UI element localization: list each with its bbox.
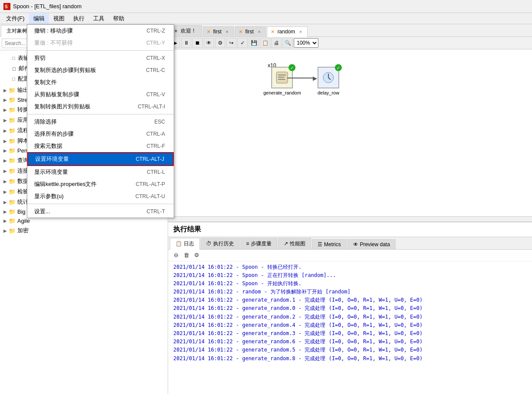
toolbar-zoom-btn[interactable]: 🔍 [282,38,293,48]
title-bar: S Spoon - [ETL_files] random [0,0,532,13]
log-stop-btn[interactable]: ⊖ [172,251,180,260]
toolbar-copy-btn[interactable]: 📋 [260,38,270,48]
bottom-tab-history[interactable]: ⏱ 执行历史 [201,238,240,249]
canvas-hscrollbar[interactable] [168,216,532,221]
log-clear-btn[interactable]: 🗑 [182,251,191,260]
toolbar-debug-btn[interactable]: ⚙ [215,38,225,48]
menu-tools[interactable]: 工具 [89,13,109,24]
menu-undo[interactable]: 撤销 : 移动步骤 CTRL-Z [27,25,174,37]
tree-group-encrypt[interactable]: ▶ 📁 加密 [0,225,168,236]
mail-input-icon: ◻ [12,66,16,72]
tab-first2-label: first [245,29,253,35]
tab-first2-close[interactable]: × [258,29,261,34]
canvas[interactable]: x10 ✓ generate_random [168,49,532,221]
menu-select-all[interactable]: 选择所有的步骤 CTRL-A [27,128,174,140]
menu-copy-image[interactable]: 复制转换图片到剪贴板 CTRL-ALT-I [27,101,174,113]
menu-show-env-vars[interactable]: 显示环境变量 CTRL-L [27,166,174,178]
tab-welcome[interactable]: ★ 欢迎！ [170,25,202,36]
canvas-bottom-wrapper: x10 ✓ generate_random [168,49,532,394]
script-arrow-icon: ▶ [3,139,7,143]
menu-file[interactable]: 文件(F) [2,13,29,24]
log-line: 2021/01/14 16:01:22 - generate_random.0 … [173,304,527,313]
flow-folder-icon: 📁 [9,127,16,134]
menu-search-metadata[interactable]: 搜索元数据 CTRL-F [27,140,174,152]
log-line: 2021/01/14 16:01:22 - generate_random.5 … [173,346,527,354]
sep3 [27,204,174,204]
menu-set-env-vars[interactable]: 设置环境变量 CTRL-ALT-J [27,152,174,166]
node-delay-row-label: delay_row [318,90,339,95]
toolbar-step-btn[interactable]: ↪ [226,38,237,48]
bottom-tab-log[interactable]: 📋 日志 [170,238,200,250]
toolbar-check-btn[interactable]: ✓ [237,38,248,48]
menu-view[interactable]: 视图 [49,13,69,24]
svg-rect-4 [278,77,284,78]
node-delay-row[interactable]: ✓ delay_row [318,67,339,95]
toolbar-preview-btn[interactable]: 👁 [204,38,214,48]
bottom-tab-steps[interactable]: ≡ 步骤度量 [240,238,277,249]
node-generate-random[interactable]: ✓ generate_random [263,67,301,95]
toolbar-pause-btn[interactable]: ⏸ [181,38,191,48]
log-line: 2021/01/14 16:01:22 - generate_random.2 … [173,313,527,321]
preview-tab-icon: 👁 [353,241,358,247]
log-line: 2021/01/14 16:01:22 - generate_random.8 … [173,355,527,363]
encrypt-arrow-icon: ▶ [3,228,7,233]
menu-clear-selection[interactable]: 清除选择 ESC [27,116,174,128]
random-icon: ✕ [271,29,275,35]
menu-cut[interactable]: 剪切 CTRL-X [27,52,174,64]
log-content: 2021/01/14 16:01:22 - Spoon - 转换已经打开.202… [168,261,532,394]
connect-folder-icon: 📁 [9,168,16,174]
toolbar-save-btn[interactable]: 💾 [249,38,259,48]
tabs-bar: ★ 欢迎！ ✕ first × ✕ first × ✕ random × [168,24,532,37]
tab-random-close[interactable]: × [299,29,302,34]
toolbar-print-btn[interactable]: 🖨 [271,38,282,48]
menu-edit[interactable]: 编辑 [29,13,49,24]
svg-text:S: S [5,4,8,9]
first1-icon: ✕ [207,29,211,35]
toolbar-stop-btn[interactable]: ⏹ [192,38,203,48]
app-folder-icon: 📁 [9,117,16,124]
flow-arrow-icon: ▶ [3,128,7,133]
menu-show-params[interactable]: 显示参数(u) CTRL-ALT-U [27,190,174,202]
metrics-tab-icon: ☰ [318,241,322,247]
log-line: 2021/01/14 16:01:22 - generate_random.3 … [173,329,527,338]
script-folder-icon: 📁 [9,138,16,144]
content-area: ★ 欢迎！ ✕ first × ✕ first × ✕ random × ▶ ⏸ [168,24,532,394]
bottom-tab-preview[interactable]: 👁 Preview data [347,239,396,249]
menu-paste-steps[interactable]: 从剪贴板复制步骤 CTRL-V [27,88,174,101]
output-arrow-icon: ▶ [3,88,7,93]
menu-copy-steps[interactable]: 复制所选的步骤到剪贴板 CTRL-C [27,64,174,76]
app-icon: S [3,3,10,10]
log-line: 2021/01/14 16:01:22 - generate_random.6 … [173,338,527,346]
canvas-toolbar: ▶ ⏸ ⏹ 👁 ⚙ ↪ ✓ 💾 📋 🖨 🔍 100% 75% 50% 150% [168,37,532,49]
node-delay-row-icon [322,71,335,84]
menu-execute[interactable]: 执行 [69,13,89,24]
node-generate-random-check: ✓ [289,64,295,71]
log-settings-btn[interactable]: ⚙ [192,251,201,260]
menu-edit-kettle[interactable]: 编辑kettle.properties文件 CTRL-ALT-P [27,178,174,190]
connect-arrow-icon: ▶ [3,169,7,173]
tab-random[interactable]: ✕ random × [267,26,308,37]
tab-first1-close[interactable]: × [226,29,228,34]
bottom-tab-metrics[interactable]: ☰ Metrics [312,239,347,249]
tab-first-2[interactable]: ✕ first × [235,26,266,36]
menu-help[interactable]: 帮助 [109,13,129,24]
zoom-select[interactable]: 100% 75% 50% 150% [294,38,318,48]
bigdata-folder-icon: 📁 [9,208,16,215]
connector-arrow: ▶ [287,78,315,78]
log-line: 2021/01/14 16:01:22 - Spoon - 正在打开转换 [ra… [173,271,527,280]
transform-arrow-icon: ▶ [3,107,7,112]
menu-settings[interactable]: 设置... CTRL-T [27,205,174,218]
tab-first-1[interactable]: ✕ first × [203,26,234,36]
bottom-tab-perf[interactable]: ↗ 性能图 [278,238,311,249]
pentaho-folder-icon: 📁 [9,147,16,154]
transform-folder-icon: 📁 [9,107,16,113]
menu-redo[interactable]: 重做 : 不可获得 CTRL-Y [27,37,174,49]
encrypt-folder-icon: 📁 [9,228,16,234]
svg-rect-5 [278,79,285,80]
app-arrow-icon: ▶ [3,118,7,123]
pentaho-arrow-icon: ▶ [3,148,7,153]
bigdata-arrow-icon: ▶ [3,209,7,214]
node-delay-row-box[interactable]: ✓ [318,67,339,88]
welcome-icon: ★ [174,28,178,34]
menu-copy-file[interactable]: 复制文件 [27,76,174,88]
